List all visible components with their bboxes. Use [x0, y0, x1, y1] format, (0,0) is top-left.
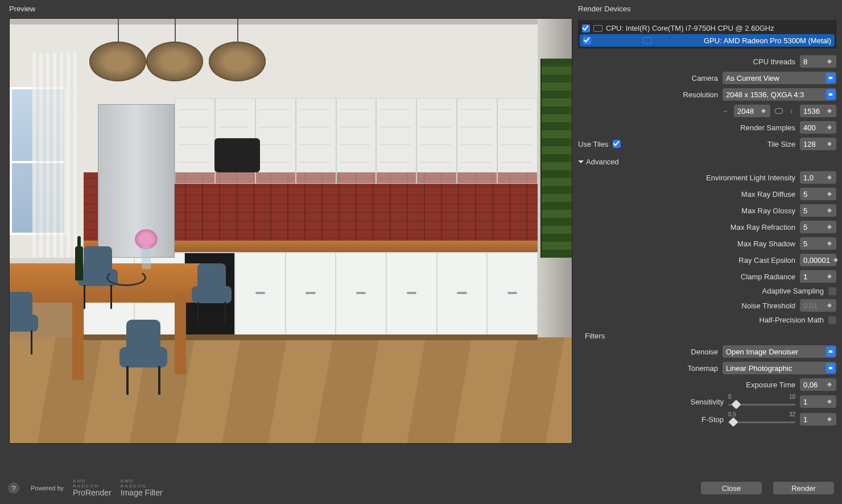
sensitivity-slider[interactable]: 010: [728, 395, 795, 408]
ray-epsilon-label: Ray Cast Epsilon: [738, 256, 795, 265]
chevron-updown-icon: [826, 346, 835, 357]
noise-thresh-field[interactable]: 0,01: [800, 299, 836, 312]
width-icon: ↔: [721, 107, 729, 115]
sensitivity-field[interactable]: 1: [800, 395, 836, 408]
clamp-radiance-label: Clamp Radiance: [741, 272, 795, 281]
samples-field[interactable]: 400: [800, 121, 836, 134]
cpu-threads-field[interactable]: 8: [800, 55, 836, 68]
use-tiles-checkbox[interactable]: [613, 140, 621, 148]
filters-header: Filters: [578, 328, 836, 341]
camera-select[interactable]: As Current View: [723, 72, 836, 84]
cpu-icon: [593, 25, 602, 32]
sensitivity-label: Sensitivity: [690, 398, 724, 406]
max-diffuse-field[interactable]: 5: [800, 188, 836, 200]
device-list: CPU: Intel(R) Core(TM) i7-9750H CPU @ 2.…: [578, 20, 836, 48]
clamp-radiance-field[interactable]: 1: [800, 270, 836, 283]
gpu-icon: [643, 37, 652, 44]
render-preview[interactable]: [9, 18, 572, 444]
max-glossy-label: Max Ray Glossy: [741, 206, 795, 215]
res-height-field[interactable]: 1536: [800, 105, 836, 117]
max-refraction-label: Max Ray Refraction: [730, 223, 795, 232]
max-diffuse-label: Max Ray Diffuse: [741, 190, 795, 199]
camera-label: Camera: [692, 74, 718, 82]
noise-thresh-label: Noise Threshold: [742, 301, 795, 310]
res-width-field[interactable]: 2048: [734, 105, 770, 117]
advanced-header[interactable]: Advanced: [578, 154, 836, 167]
exposure-field[interactable]: 0,06: [800, 378, 836, 391]
device-gpu-row[interactable]: GPU: AMD Radeon Pro 5300M (Metal): [580, 34, 835, 47]
height-icon: ↕: [787, 107, 795, 115]
adaptive-label: Adaptive Sampling: [762, 287, 824, 295]
device-cpu-checkbox[interactable]: [582, 24, 590, 32]
env-light-field[interactable]: 1,0: [800, 171, 836, 184]
fstop-field[interactable]: 1: [800, 413, 836, 425]
tonemap-select[interactable]: Linear Photographic: [723, 362, 836, 374]
tile-size-label: Tile Size: [767, 140, 795, 148]
max-refraction-field[interactable]: 5: [800, 221, 836, 233]
resolution-label: Resolution: [683, 90, 718, 99]
tonemap-label: Tonemap: [688, 364, 718, 373]
max-glossy-field[interactable]: 5: [800, 204, 836, 217]
disclosure-triangle-icon: [578, 160, 584, 166]
denoise-label: Denoise: [691, 348, 718, 356]
ray-epsilon-field[interactable]: 0,00001: [800, 254, 836, 266]
resolution-select[interactable]: 2048 x 1536, QXGA 4:3: [723, 88, 836, 101]
tile-size-field[interactable]: 128: [800, 138, 836, 150]
device-gpu-checkbox[interactable]: [583, 36, 591, 44]
device-cpu-row[interactable]: CPU: Intel(R) Core(TM) i7-9750H CPU @ 2.…: [580, 22, 835, 34]
denoise-select[interactable]: Open Image Denoiser: [723, 345, 836, 358]
samples-label: Render Samples: [740, 123, 795, 132]
env-light-label: Environment Light Intensity: [706, 173, 795, 182]
chevron-updown-icon: [826, 73, 835, 83]
close-button[interactable]: Close: [701, 482, 762, 494]
link-icon[interactable]: [775, 108, 783, 114]
render-button[interactable]: Render: [773, 482, 834, 494]
help-button[interactable]: ?: [8, 482, 19, 494]
fstop-slider[interactable]: 0.532: [728, 412, 795, 426]
chevron-updown-icon: [826, 89, 835, 100]
half-precision-checkbox[interactable]: [828, 316, 836, 324]
device-cpu-text: CPU: Intel(R) Core(TM) i7-9750H CPU @ 2.…: [606, 24, 774, 32]
fstop-label: F-Stop: [701, 415, 724, 424]
use-tiles-label: Use Tiles: [578, 140, 608, 148]
half-precision-label: Half-Precision Math: [760, 316, 824, 324]
preview-label: Preview: [9, 5, 572, 16]
devices-label: Render Devices: [578, 5, 836, 16]
max-shadow-label: Max Ray Shadow: [737, 239, 795, 248]
powered-by: Powered by AMD RADEON ProRender AMD RADE…: [31, 479, 163, 497]
exposure-label: Exposure Time: [746, 381, 795, 389]
chevron-updown-icon: [826, 363, 835, 373]
adaptive-checkbox[interactable]: [828, 287, 836, 295]
cpu-threads-label: CPU threads: [753, 57, 795, 66]
max-shadow-field[interactable]: 5: [800, 237, 836, 250]
device-gpu-text: GPU: AMD Radeon Pro 5300M (Metal): [704, 36, 831, 45]
